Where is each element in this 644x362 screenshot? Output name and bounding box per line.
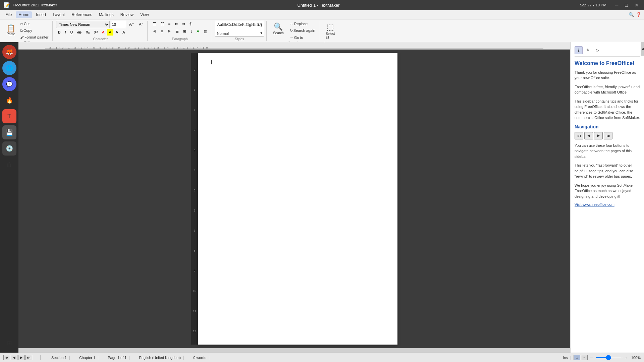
dock-logo: 🦊 <box>2 45 16 59</box>
menu-insert[interactable]: Insert <box>33 11 49 18</box>
help-search-icon[interactable]: 🔍 <box>629 12 634 17</box>
menu-bar: File Home Insert Layout References Maili… <box>0 10 644 19</box>
last-page-button[interactable]: ⏭ <box>25 355 32 360</box>
unordered-list-button[interactable]: ☰ <box>151 21 158 27</box>
statusbar-right: Ins □ ≡ ─ + 100% <box>560 355 641 360</box>
copy-button[interactable]: ⧉ Copy <box>18 27 50 34</box>
nav-first-button[interactable]: ⏮ <box>575 132 583 139</box>
dock-drive2[interactable]: 💿 <box>2 141 16 156</box>
char-extra-btn1[interactable]: A <box>114 29 120 36</box>
superscript-button[interactable]: X² <box>92 29 100 36</box>
close-btn[interactable]: ✕ <box>633 2 641 8</box>
prev-page-button[interactable]: ◀ <box>11 355 17 360</box>
next-page-button[interactable]: ▶ <box>18 355 25 360</box>
menu-file[interactable]: File <box>3 11 14 18</box>
align-justify-button[interactable]: ☰ <box>173 28 181 35</box>
menu-layout[interactable]: Layout <box>50 11 67 18</box>
align-right-button[interactable]: ⫸ <box>165 28 173 35</box>
search-again-icon: ↻ <box>290 28 293 33</box>
sidebar-visit-link[interactable]: Visit www.freeoffice.com <box>575 202 640 206</box>
page-container[interactable]: 2 1 1 2 3 4 5 6 7 8 9 10 11 12 13 14 15 <box>18 50 570 348</box>
align-left-button[interactable]: ⫷ <box>151 28 159 35</box>
fill-color-button[interactable]: A <box>195 28 201 35</box>
paragraph-group-label: Paragraph <box>172 37 188 41</box>
italic-button[interactable]: I <box>63 29 68 36</box>
help-icon[interactable]: ❓ <box>636 12 641 17</box>
dock-discord[interactable]: 💬 <box>2 77 16 91</box>
section-status: Section 1 <box>49 356 70 360</box>
sidebar-edit-button[interactable]: ✎ <box>584 46 592 54</box>
ordered-list-button[interactable]: ☷ <box>159 21 166 27</box>
font-grow-button[interactable]: A⁺ <box>127 21 136 28</box>
strikethrough-button[interactable]: ab <box>75 29 84 36</box>
subscript-button[interactable]: X₂ <box>84 29 92 36</box>
font-size-input[interactable] <box>111 21 126 28</box>
zoom-plus-icon[interactable]: + <box>625 356 627 360</box>
align-center-button[interactable]: ≡ <box>159 28 165 35</box>
page-view-reading-button[interactable]: ≡ <box>581 355 588 360</box>
border-button[interactable]: ▥ <box>202 28 209 35</box>
format-painter-icon: 🖌 <box>20 35 24 39</box>
styles-group: AaBbCcDdEeFfGgHhIiJj Normal ▼ Styles <box>213 21 267 41</box>
underline-button[interactable]: U <box>68 29 75 36</box>
para-marks-button[interactable]: ¶ <box>187 21 194 27</box>
columns-button[interactable]: ⊞ <box>181 28 188 35</box>
zoom-slider[interactable] <box>596 357 623 358</box>
minimize-btn[interactable]: ─ <box>613 2 621 8</box>
font-color-button[interactable]: A <box>100 29 106 36</box>
highlight-button[interactable]: A <box>107 29 113 36</box>
indent-right-button[interactable]: ⇒ <box>180 21 187 27</box>
search-button[interactable]: 🔍 Search <box>270 21 287 37</box>
styles-preview-button[interactable]: AaBbCcDdEeFfGgHhIiJj Normal ▼ <box>215 21 264 37</box>
search-controls: 🔍 Search ↔ Replace ↻ Search again → Go t… <box>270 21 317 41</box>
search-again-button[interactable]: ↻ Search again <box>288 27 317 34</box>
menu-home[interactable]: Home <box>16 11 32 18</box>
restore-btn[interactable]: □ <box>623 2 630 8</box>
goto-icon: → <box>290 36 293 40</box>
zoom-minus-icon[interactable]: ─ <box>590 356 593 360</box>
nav-prev-button[interactable]: ◀ <box>584 132 593 139</box>
sidebar-para3: This sidebar contains tips and tricks fo… <box>575 99 640 121</box>
paste-button[interactable]: 📋 Paste <box>4 24 18 37</box>
sidebar-nav-text3: We hope you enjoy using SoftMaker FreeOf… <box>575 183 640 199</box>
dock-browser[interactable]: 🌐 <box>2 61 16 75</box>
sidebar-nav-button[interactable]: ▷ <box>593 46 601 54</box>
select-all-label: Select all <box>326 32 335 39</box>
horizontal-scrollbar[interactable] <box>18 348 570 353</box>
search-label: Search <box>273 31 284 35</box>
nav-next-button[interactable]: ▶ <box>594 132 603 139</box>
goto-button[interactable]: → Go to <box>288 35 317 41</box>
select-all-button[interactable]: ⬚ Select all <box>323 21 338 41</box>
bold-button[interactable]: B <box>56 29 63 36</box>
dock-trash[interactable]: 🗑 <box>2 158 16 172</box>
dock-textmaker[interactable]: T <box>2 109 16 123</box>
replace-button[interactable]: ↔ Replace <box>288 21 317 27</box>
cut-copy-group: ✂ Cut ⧉ Copy 🖌 Format painter <box>18 21 50 40</box>
search-group: 🔍 Search ↔ Replace ↻ Search again → Go t… <box>268 21 319 41</box>
status-bar-divider1 <box>40 355 41 360</box>
document-page[interactable] <box>198 53 397 345</box>
dock-drive[interactable]: 💾 <box>2 125 16 139</box>
char-extra-btn2[interactable]: A <box>120 29 127 36</box>
menu-review[interactable]: Review <box>118 11 136 18</box>
edit-group: 📋 Paste ✂ Cut ⧉ Copy 🖌 Format painter Ed… <box>2 21 53 41</box>
ins-status: Ins <box>560 356 571 360</box>
page-view-normal-button[interactable]: □ <box>574 355 580 360</box>
line-spacing-button[interactable]: ↕ <box>189 28 195 35</box>
first-page-button[interactable]: ⏮ <box>3 355 10 360</box>
menu-view[interactable]: View <box>138 11 152 18</box>
cut-button[interactable]: ✂ Cut <box>18 21 50 27</box>
format-painter-button[interactable]: 🖌 Format painter <box>18 34 50 40</box>
font-name-select[interactable]: Times New Roman <box>56 21 110 28</box>
menu-mailings[interactable]: Mailings <box>96 11 116 18</box>
menu-references[interactable]: References <box>69 11 95 18</box>
indent-left-button[interactable]: ⇐ <box>173 21 180 27</box>
sidebar-info-button[interactable]: ℹ <box>575 46 583 54</box>
sidebar-collapse-button[interactable]: ◀ <box>641 42 644 56</box>
font-shrink-button[interactable]: A⁻ <box>137 21 145 27</box>
sidebar-header-icons: ℹ ✎ ▷ <box>575 46 640 57</box>
dock-firefox2[interactable]: 🔥 <box>2 93 16 107</box>
nav-last-button[interactable]: ⏭ <box>604 132 612 139</box>
dock-apps-grid[interactable]: ⊞ <box>2 336 16 350</box>
outline-list-button[interactable]: ≡ <box>166 21 172 27</box>
